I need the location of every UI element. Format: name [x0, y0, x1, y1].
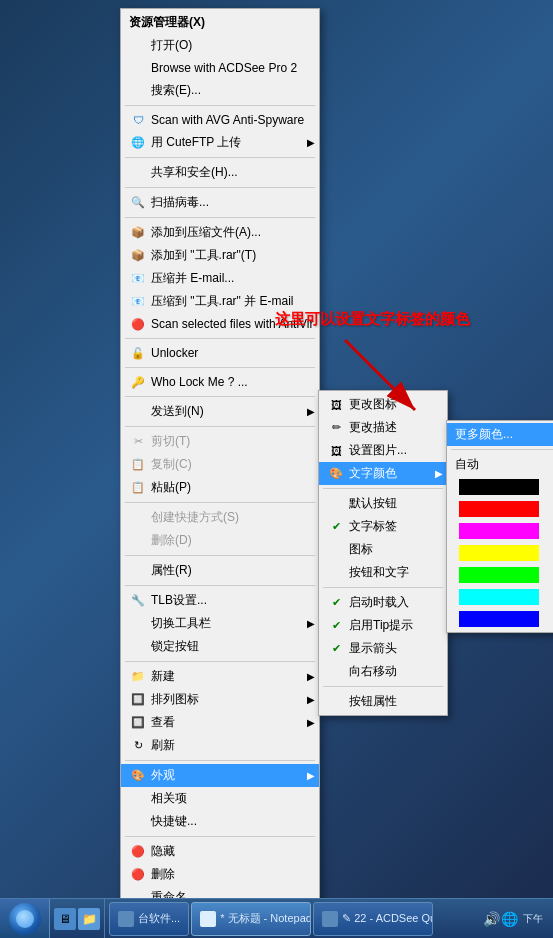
taskbar-item-0[interactable]: 台软件... [109, 902, 189, 936]
submenu2-magenta[interactable] [447, 520, 553, 542]
submenu1-loadonstartup[interactable]: ✔ 启动时载入 [319, 591, 447, 614]
submenu1-changename[interactable]: ✏ 更改描述 [319, 416, 447, 439]
submenu1-defaultbtn[interactable]: 默认按钮 [319, 492, 447, 515]
menu-item-zipraremails[interactable]: 📧 压缩到 "工具.rar" 并 E-mail [121, 290, 319, 313]
textlabel-checkmark-icon: ✔ [327, 519, 345, 535]
taskbar-item-2[interactable]: ✎ 22 - ACDSee Quick... [313, 902, 433, 936]
loadonstartup-check-icon: ✔ [327, 595, 345, 611]
sep7 [125, 396, 315, 397]
menu-item-search[interactable]: 搜索(E)... [121, 79, 319, 102]
menu-item-addrar[interactable]: 📦 添加到 "工具.rar"(T) [121, 244, 319, 267]
menu-item-acdsee[interactable]: Browse with ACDSee Pro 2 [121, 57, 319, 79]
menu-item-open[interactable]: 打开(O) [121, 34, 319, 57]
menu-item-zipemail[interactable]: 📧 压缩并 E-mail... [121, 267, 319, 290]
tray-icon-1[interactable]: 🔊 [483, 911, 499, 927]
submenu2-black[interactable] [447, 476, 553, 498]
quick-launch-icon1[interactable]: 🖥 [54, 908, 76, 930]
menu-item-del2[interactable]: 🔴 删除 [121, 863, 319, 886]
sort-icon: 🔲 [129, 692, 147, 708]
submenu2-red[interactable] [447, 498, 553, 520]
menu-item-related[interactable]: 相关项 [121, 787, 319, 810]
submenu2-yellow[interactable] [447, 542, 553, 564]
green-swatch [459, 567, 539, 583]
submenu2-cyan[interactable] [447, 586, 553, 608]
sub1-sep1 [323, 488, 443, 489]
magenta-swatch [459, 523, 539, 539]
menu-item-share[interactable]: 共享和安全(H)... [121, 161, 319, 184]
submenu1-showarrow[interactable]: ✔ 显示箭头 [319, 637, 447, 660]
menu-item-unlocker[interactable]: 🔓 Unlocker [121, 342, 319, 364]
related-icon [129, 791, 147, 807]
menu-item-lockbtn[interactable]: 锁定按钮 [121, 635, 319, 658]
blue-swatch [459, 611, 539, 627]
shortcut2-icon [129, 814, 147, 830]
submenu1-movedir[interactable]: 向右移动 [319, 660, 447, 683]
start-button[interactable] [0, 899, 50, 939]
menu-item-virus[interactable]: 🔍 扫描病毒... [121, 191, 319, 214]
copy-icon: 📋 [129, 457, 147, 473]
submenu2-morecolors[interactable]: 更多颜色... [447, 423, 553, 446]
cyan-swatch [459, 589, 539, 605]
submenu1-changeicon[interactable]: 🖼 更改图标 [319, 393, 447, 416]
sep9 [125, 502, 315, 503]
menu-item-refresh[interactable]: ↻ 刷新 [121, 734, 319, 757]
menu-item-paste[interactable]: 📋 粘贴(P) [121, 476, 319, 499]
quick-launch-bar: 🖥 📁 [50, 899, 105, 938]
context-menu-main: 资源管理器(X) 打开(O) Browse with ACDSee Pro 2 … [120, 8, 320, 938]
unlocker-icon: 🔓 [129, 345, 147, 361]
tray-clock: 下午 [519, 912, 547, 926]
setpic-icon: 🖼 [327, 443, 345, 459]
delete-icon [129, 533, 147, 549]
menu-item-switchtoolbar[interactable]: 切换工具栏 ▶ [121, 612, 319, 635]
submenu1-icononly[interactable]: 图标 [319, 538, 447, 561]
menu-item-tlb[interactable]: 🔧 TLB设置... [121, 589, 319, 612]
taskbar-item-icon-2 [322, 911, 338, 927]
menu-item-view[interactable]: 🔲 查看 ▶ [121, 711, 319, 734]
zip-icon4: 📧 [129, 294, 147, 310]
submenu1-textlabel[interactable]: ✔ 文字标签 [319, 515, 447, 538]
menu-item-avg[interactable]: 🛡 Scan with AVG Anti-Spyware [121, 109, 319, 131]
submenu1-enabletip[interactable]: ✔ 启用Tip提示 [319, 614, 447, 637]
menu-item-hide[interactable]: 🔴 隐藏 [121, 840, 319, 863]
submenu2-green[interactable] [447, 564, 553, 586]
sep12 [125, 661, 315, 662]
view-arrow: ▶ [307, 717, 315, 728]
menu-item-sort[interactable]: 🔲 排列图标 ▶ [121, 688, 319, 711]
menu-item-antivir[interactable]: 🔴 Scan selected files with AntiVir [121, 313, 319, 335]
cut-icon: ✂ [129, 434, 147, 450]
share-icon [129, 165, 147, 181]
submenu1-setpic[interactable]: 🖼 设置图片... [319, 439, 447, 462]
zip-icon2: 📦 [129, 248, 147, 264]
tray-icon-2[interactable]: 🌐 [501, 911, 517, 927]
menu-item-addzip[interactable]: 📦 添加到压缩文件(A)... [121, 221, 319, 244]
submenu1-textcolor[interactable]: 🎨 文字颜色 ▶ [319, 462, 447, 485]
menu-item-appearance[interactable]: 🎨 外观 ▶ [121, 764, 319, 787]
menu-item-sendto[interactable]: 发送到(N) ▶ [121, 400, 319, 423]
menu-item-wholock[interactable]: 🔑 Who Lock Me ? ... [121, 371, 319, 393]
menu-item-attr[interactable]: 属性(R) [121, 559, 319, 582]
menu-item-shortcut[interactable]: 创建快捷方式(S) [121, 506, 319, 529]
taskbar-item-1[interactable]: * 无标题 - Notepad2 [191, 902, 311, 936]
black-swatch [459, 479, 539, 495]
virus-icon: 🔍 [129, 195, 147, 211]
menu-item-delete[interactable]: 删除(D) [121, 529, 319, 552]
start-orb-inner [16, 910, 34, 928]
menu-item-new[interactable]: 📁 新建 ▶ [121, 665, 319, 688]
submenu2-blue[interactable] [447, 608, 553, 630]
btnprop-icon [327, 694, 345, 710]
submenu2-auto[interactable]: 自动 [447, 453, 553, 476]
menu-item-cut[interactable]: ✂ 剪切(T) [121, 430, 319, 453]
menu-item-shortcut2[interactable]: 快捷键... [121, 810, 319, 833]
appearance-icon: 🎨 [129, 768, 147, 784]
shortcut-icon [129, 510, 147, 526]
sep8 [125, 426, 315, 427]
submenu1-btnprop[interactable]: 按钮属性 [319, 690, 447, 713]
menu-item-cute[interactable]: 🌐 用 CuteFTP 上传 ▶ [121, 131, 319, 154]
quick-launch-icon2[interactable]: 📁 [78, 908, 100, 930]
submenu1-icontext[interactable]: 按钮和文字 [319, 561, 447, 584]
showarrow-check-icon: ✔ [327, 641, 345, 657]
sep6 [125, 367, 315, 368]
submenu-appearance: 🖼 更改图标 ✏ 更改描述 🖼 设置图片... 🎨 文字颜色 ▶ 默认按钮 ✔ … [318, 390, 448, 716]
menu-item-copy[interactable]: 📋 复制(C) [121, 453, 319, 476]
taskbar-items: 台软件... * 无标题 - Notepad2 ✎ 22 - ACDSee Qu… [105, 899, 477, 938]
